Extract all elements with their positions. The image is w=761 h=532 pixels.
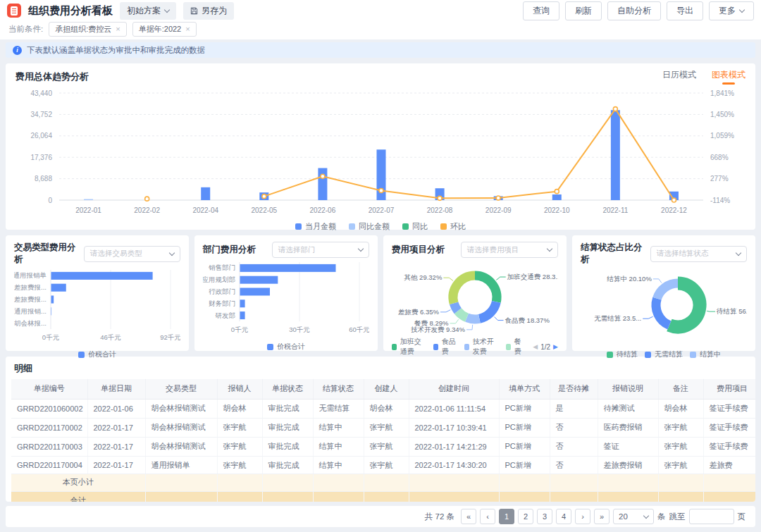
svg-text:46千元: 46千元	[100, 333, 121, 341]
table-cell: 无需结算	[313, 399, 364, 418]
subtotal-row: 本页小计	[11, 474, 755, 491]
query-button[interactable]: 查询	[523, 1, 559, 20]
first-page-button[interactable]: «	[461, 509, 476, 524]
legend-item[interactable]: 技术开发费	[464, 337, 499, 357]
svg-text:通用报销单: 通用报销单	[14, 271, 47, 279]
legend-item[interactable]: 同比	[402, 221, 428, 232]
legend-label: 加班交通费	[400, 337, 426, 357]
table-cell: 审批完成	[262, 437, 313, 456]
legend-item[interactable]: 待结算	[607, 349, 638, 359]
table-row: GRRD22011700032022-01-17胡会林报销测试张宇航审批完成结算…	[11, 437, 755, 456]
department-card: 部门费用分析 请选择部门 0千元30千元60千元销售部门应用规划部行政部门财务部…	[194, 235, 378, 351]
svg-text:加班交通费 28.3...: 加班交通费 28.3...	[507, 273, 558, 280]
svg-text:1,450%: 1,450%	[710, 111, 734, 118]
page-button-4[interactable]: 4	[556, 509, 571, 524]
refresh-button[interactable]: 刷新	[565, 1, 602, 20]
prev-page-button[interactable]: ‹	[480, 509, 495, 524]
table-cell: 胡会林报销测试	[145, 437, 217, 456]
export-button[interactable]: 导出	[667, 1, 703, 20]
department-select[interactable]: 请选择部门	[272, 242, 369, 258]
column-header: 交易类型	[145, 379, 217, 399]
svg-text:43,440: 43,440	[30, 89, 52, 97]
save-as-button[interactable]: 另存为	[183, 2, 234, 20]
department-legend: 价税合计	[203, 341, 369, 352]
info-icon: i	[13, 46, 22, 55]
table-cell	[217, 491, 262, 502]
txn-type-chart: 0千元46千元92千元通用报销单差旅费报...差旅费报...通用报销...胡会林…	[14, 267, 180, 346]
txn-type-select[interactable]: 请选择交易类型	[84, 246, 180, 262]
tab-chart-mode[interactable]: 图表模式	[712, 69, 745, 85]
legend-item[interactable]: 当月金额	[295, 221, 336, 232]
settle-status-card: 结算状态占比分析 请选择结算状态 待结算 56.37%无需结算 23.5...结…	[572, 235, 755, 351]
pager-next-icon[interactable]: ▶	[553, 343, 558, 350]
column-header: 结算状态	[313, 379, 364, 399]
table-cell: 结算中	[313, 437, 364, 456]
svg-text:其他 29.32%: 其他 29.32%	[404, 273, 442, 281]
page-button-2[interactable]: 2	[518, 509, 533, 524]
table-cell: 结算中	[313, 456, 364, 474]
table-cell: 2022-01-06	[87, 399, 145, 418]
legend-swatch	[607, 352, 613, 358]
table-cell: 签证	[598, 437, 658, 456]
table-cell	[262, 474, 313, 491]
legend-label: 环比	[450, 221, 466, 232]
svg-text:研发部: 研发部	[216, 311, 236, 319]
legend-item[interactable]: 无需结算	[645, 349, 683, 359]
table-cell: 审批完成	[262, 456, 313, 474]
jump-page-input[interactable]	[689, 509, 734, 524]
legend-item[interactable]: 餐费	[506, 337, 524, 357]
detail-panel: 明细 单据编号单据日期交易类型报销人单据状态结算状态创建人创建时间填单方式是否待…	[6, 357, 755, 502]
table-cell: PC新增	[499, 456, 550, 474]
small-charts-row: 交易类型费用分析 请选择交易类型 0千元46千元92千元通用报销单差旅费报...…	[6, 235, 755, 351]
page-size-select[interactable]: 20	[613, 509, 654, 524]
legend-item[interactable]: 结算中	[690, 349, 721, 359]
legend-item[interactable]: 价税合计	[78, 349, 116, 359]
svg-text:结算中 20.10%: 结算中 20.10%	[606, 275, 652, 283]
legend-label: 无需结算	[655, 349, 683, 359]
table-cell: 2022-01-17 14:30:20	[409, 456, 499, 474]
svg-text:2022-12: 2022-12	[661, 206, 687, 214]
table-cell: GRRD2201170003	[11, 437, 87, 456]
self-analysis-button[interactable]: 自助分析	[607, 1, 661, 20]
svg-text:34,752: 34,752	[30, 111, 52, 118]
scheme-dropdown[interactable]: 初始方案	[120, 2, 176, 20]
table-cell: 否	[550, 437, 598, 456]
legend-item[interactable]: 价税合计	[267, 342, 305, 352]
table-cell: 2022-01-17	[87, 437, 145, 456]
expense-item-placeholder: 请选择费用项目	[467, 245, 519, 255]
table-cell	[364, 474, 409, 491]
table-cell: 张宇航	[658, 437, 703, 456]
txn-type-legend: 价税合计	[14, 349, 180, 360]
close-icon[interactable]: ×	[116, 25, 120, 33]
legend-item[interactable]: 加班交通费	[392, 337, 426, 357]
table-cell: 2022-01-17 14:21:29	[409, 437, 499, 456]
pager-prev-icon[interactable]: ◀	[533, 343, 538, 350]
table-cell: 胡会林	[217, 399, 262, 418]
legend-item[interactable]: 食品费	[433, 337, 457, 357]
info-banner-text: 下表默认涵盖单据状态为审批中和审批完成的数据	[27, 45, 205, 56]
settle-status-select[interactable]: 请选择结算状态	[650, 246, 747, 262]
legend-item[interactable]: 环比	[440, 221, 466, 232]
legend-swatch	[645, 352, 651, 358]
more-dropdown[interactable]: 更多	[709, 1, 754, 20]
chevron-down-icon	[739, 6, 745, 12]
subtotal-label: 本页小计	[11, 474, 145, 491]
page-button-3[interactable]: 3	[537, 509, 552, 524]
page-button-1[interactable]: 1	[499, 509, 514, 524]
table-cell: 胡会林报销测试	[145, 418, 217, 437]
table-cell: 通用报销单	[145, 456, 217, 474]
svg-text:0千元: 0千元	[42, 333, 60, 341]
legend-label: 餐费	[514, 337, 525, 357]
trend-chart: 43,4401,841%34,7521,450%26,0641,059%17,3…	[16, 85, 745, 217]
next-page-button[interactable]: ›	[575, 509, 590, 524]
legend-item[interactable]: 同比金额	[349, 221, 390, 232]
svg-text:食品费 18.37%: 食品费 18.37%	[505, 316, 550, 324]
last-page-button[interactable]: »	[594, 509, 610, 524]
table-cell	[598, 474, 658, 491]
column-header: 创建人	[364, 379, 409, 399]
info-banner: i 下表默认涵盖单据状态为审批中和审批完成的数据	[6, 42, 755, 58]
close-icon[interactable]: ×	[185, 25, 190, 33]
table-cell: PC新增	[499, 399, 550, 418]
tab-calendar-mode[interactable]: 日历模式	[662, 69, 696, 85]
expense-item-select[interactable]: 请选择费用项目	[461, 242, 558, 258]
